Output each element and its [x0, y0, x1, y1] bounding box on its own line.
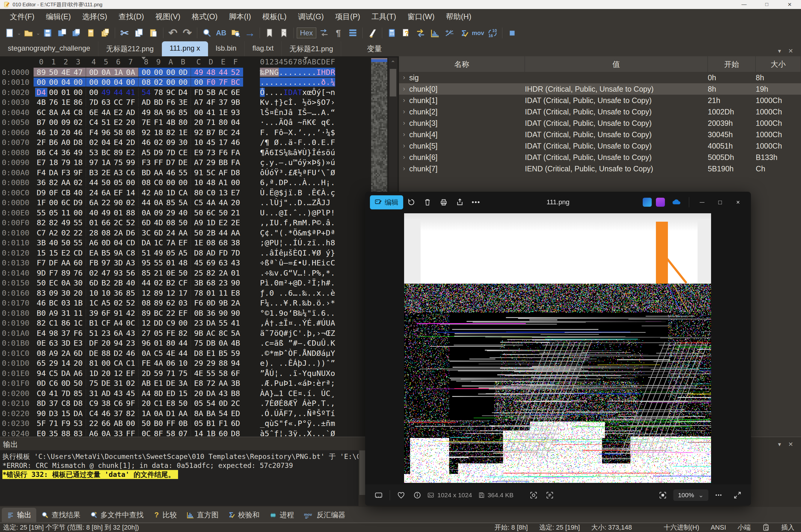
tab-list-icon[interactable] [356, 51, 363, 56]
tab-scroll-left-icon[interactable] [341, 51, 348, 56]
edit-script-icon[interactable] [277, 26, 290, 40]
bottom-tab-output[interactable]: 输出 [2, 508, 36, 522]
scrollbar-thumb[interactable] [390, 69, 396, 96]
hex-row-0:00D0[interactable]: 0:00D01F006CD96A229002440A855AC54A4A20..… [0, 198, 399, 208]
output-log[interactable]: 执行模板 'C:\Users\MetaVi\Documents\SweetSca… [0, 450, 359, 506]
tab-lsb.bin[interactable]: lsb.bin [208, 41, 244, 56]
stop-icon[interactable] [506, 26, 518, 40]
save-icon[interactable] [41, 26, 54, 40]
hex-row-0:0220[interactable]: 0:022090D315DAC44637821A0AD1AA8ABA54ED.Ó… [0, 408, 399, 418]
hex-row-0:01A0[interactable]: 0:01A0E49837F651236A432705FE829BAC8C5Aä˜… [0, 328, 399, 338]
menu-select[interactable]: 选择(S) [76, 10, 113, 23]
dropdown-caret-icon[interactable]: ⌄ [17, 30, 21, 36]
close-button[interactable]: ✕ [778, 1, 801, 8]
hex-row-0:0090[interactable]: 0:0090E7187918971A7599F3FFD7DEA729BBFAç.… [0, 157, 399, 168]
hex-toggle-icon[interactable]: Hex [297, 26, 316, 40]
hex-row-0:0050[interactable]: 0:0050B7000902C451E2207EF14B8020718004·.… [0, 117, 399, 128]
column-size[interactable]: 大小 [756, 56, 801, 72]
open-folder-icon[interactable] [22, 26, 35, 40]
statistics-icon[interactable]: ⁺∕₋ [443, 26, 456, 40]
hex-row-0:01D0[interactable]: 0:01D0652914208100CAC1FE4A061029298894e)… [0, 358, 399, 368]
variable-row-chunk[4][interactable]: ›chunk[4]IDAT (Critical, Public, Unsafe … [399, 129, 801, 140]
maximize-button[interactable]: □ [756, 1, 778, 8]
column-start[interactable]: 开始 [708, 56, 756, 72]
swap-view-icon[interactable] [317, 26, 331, 40]
photo-viewer-window[interactable]: 编辑 ••• 111.png — [365, 192, 751, 506]
variables-close-icon[interactable]: ✕ [784, 45, 797, 56]
column-name[interactable]: 名称 [399, 56, 525, 72]
base-convert-icon[interactable]: 1016 [486, 26, 499, 40]
fullscreen-icon[interactable] [729, 489, 746, 502]
bottom-tab-find-results[interactable]: 查找结果 [36, 508, 85, 522]
hex-row-0:01C0[interactable]: 0:01C008A92A6DDE88D2460AC54E44D8E1B559.©… [0, 348, 399, 358]
fit-to-window-icon[interactable] [655, 489, 671, 502]
menu-window[interactable]: 窗口(W) [402, 10, 440, 23]
variable-row-chunk[3][interactable]: ›chunk[3]IDAT (Critical, Public, Unsafe … [399, 117, 801, 129]
save-all-icon[interactable] [70, 26, 83, 40]
face-detect-icon[interactable] [526, 489, 542, 502]
status-endian[interactable]: 小端 [738, 523, 751, 532]
variable-row-sig[interactable]: ›sig0h8h [399, 72, 801, 83]
status-mode[interactable]: 十六进制(H) [664, 523, 699, 532]
menu-debug[interactable]: 调试(G) [292, 10, 329, 23]
clipboard-icon[interactable] [762, 524, 770, 531]
hex-row-0:0230[interactable]: 0:02305F71F9532266AB0050B0FF0B05B1F16D_q… [0, 418, 399, 429]
tab-无标题21.png[interactable]: 无标题21.png [282, 41, 341, 56]
menu-tools[interactable]: 工具(T) [366, 10, 402, 23]
edit-image-button[interactable]: 编辑 [370, 195, 403, 209]
undo-icon[interactable]: ↶ [166, 26, 180, 40]
save-stack-icon[interactable] [98, 26, 112, 40]
hex-row-0:0200[interactable]: 0:0200C0417D8531AD4345A48DED1520DA43B8ÀA… [0, 388, 399, 398]
menu-view[interactable]: 视图(V) [150, 10, 186, 23]
menu-file[interactable]: 文件(F) [4, 10, 40, 23]
hex-row-0:0150[interactable]: 0:015050EC0A306DB22B404402B2CF3B682390Pì… [0, 278, 399, 288]
rotate-icon[interactable] [403, 196, 419, 209]
goto-icon[interactable]: → [243, 26, 257, 40]
variables-collapse-icon[interactable]: ▾ [774, 45, 784, 56]
variable-row-chunk[7][interactable]: ›chunk[7]IEND (Critical, Public, Unsafe … [399, 163, 801, 174]
bottom-tab-checksum[interactable]: Σ校验和 [223, 508, 265, 522]
hex-row-0:0020[interactable]: 0:0020D40001000049444154789CD4FD5BAC6EÔ.… [0, 87, 399, 97]
hex-row-0:0100[interactable]: 0:0100C7A2022228082AD63C6D24AA502B44AAÇ¢… [0, 228, 399, 238]
help-template-icon[interactable]: ? [400, 26, 413, 40]
hex-row-0:0210[interactable]: 0:02108D37C8D8C938C69F20C1E85005540D2C.7… [0, 398, 399, 408]
viewer-maximize-icon[interactable]: □ [712, 196, 728, 209]
hex-row-0:01E0[interactable]: 0:01E094C5DAA61D2012EF2D5971754E55586F”Å… [0, 368, 399, 378]
status-encoding[interactable]: ANSI [711, 524, 726, 531]
column-value[interactable]: 值 [525, 56, 708, 72]
delete-icon[interactable] [419, 196, 436, 209]
bottom-tab-disassembler[interactable]: mov反汇编器 [299, 508, 350, 522]
tab-flag.txt[interactable]: flag.txt [244, 41, 282, 56]
hex-row-0:00A0[interactable]: 0:00A0F4DAF39FB32EA3C6BDAA4655915CAFD8ôÚ… [0, 168, 399, 178]
hex-row-0:00F0[interactable]: 0:00F08282495501662C526D4D0850A91DE22E‚‚… [0, 218, 399, 228]
hex-row-0:0030[interactable]: 0:00304B761E867D63CC7FADBDF63EA74F379BKv… [0, 97, 399, 108]
redo-icon[interactable]: ↷ [181, 26, 194, 40]
highlight-pen-icon[interactable] [366, 26, 379, 40]
find-icon[interactable] [200, 26, 214, 40]
hex-row-0:0040[interactable]: 0:00406C8AA4C86E4AE2AD498A968500411E93lŠ… [0, 107, 399, 117]
tab-steganography_challenge[interactable]: steganography_challenge [0, 41, 98, 56]
filmstrip-icon[interactable] [370, 489, 387, 502]
onedrive-icon[interactable] [668, 196, 684, 209]
hex-row-0:0190[interactable]: 0:019082C1861CB1CFA40C12DDC90023DA5541‚Á… [0, 318, 399, 328]
more-options-icon[interactable]: ••• [468, 196, 484, 209]
viewer-close-icon[interactable]: ✕ [730, 196, 746, 209]
favorite-icon[interactable] [393, 489, 409, 502]
variable-row-chunk[0][interactable]: ›chunk[0]IHDR (Critical, Public, Unsafe … [399, 83, 801, 95]
find-replace-icon[interactable]: AB [215, 26, 228, 40]
dropdown-caret-icon[interactable]: ⌄ [36, 30, 40, 36]
save-copy-icon[interactable] [55, 26, 69, 40]
variable-row-chunk[2][interactable]: ›chunk[2]IDAT (Critical, Public, Unsafe … [399, 106, 801, 117]
info-icon[interactable] [409, 489, 425, 502]
variable-row-chunk[5][interactable]: ›chunk[5]IDAT (Critical, Public, Unsafe … [399, 140, 801, 152]
menu-format[interactable]: 格式(O) [186, 10, 223, 23]
viewer-more-icon[interactable]: ••• [711, 489, 727, 502]
hex-editor[interactable]: 0123456789ABCDEF0123456789ABCDEF 0:00008… [0, 56, 399, 437]
tab-无标题212.png[interactable]: 无标题212.png [98, 41, 162, 56]
menu-search[interactable]: 查找(D) [113, 10, 150, 23]
bottom-tab-histogram[interactable]: 直方图 [182, 508, 223, 522]
compare-icon[interactable] [414, 26, 427, 40]
menu-help[interactable]: 帮助(H) [440, 10, 477, 23]
status-insert-mode[interactable]: 插入 [781, 523, 795, 532]
pilcrow-icon[interactable]: ¶ [332, 26, 345, 40]
